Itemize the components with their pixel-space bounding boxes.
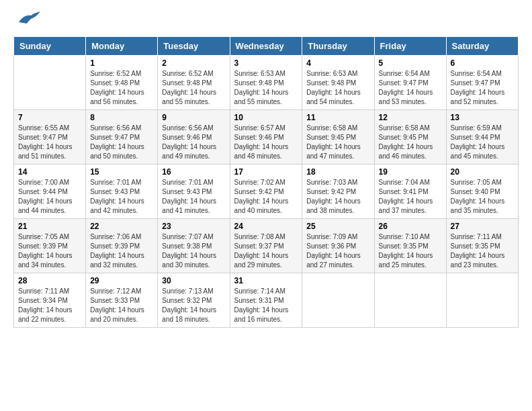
calendar-cell: 1Sunrise: 6:52 AM Sunset: 9:48 PM Daylig…: [86, 56, 158, 110]
calendar-cell: [14, 56, 86, 110]
calendar-cell: 29Sunrise: 7:12 AM Sunset: 9:33 PM Dayli…: [86, 273, 158, 328]
day-number: 24: [234, 222, 298, 231]
day-number: 29: [90, 276, 153, 285]
day-info: Sunrise: 7:10 AM Sunset: 9:35 PM Dayligh…: [379, 232, 442, 270]
calendar-cell: [302, 273, 374, 328]
calendar-cell: 15Sunrise: 7:01 AM Sunset: 9:43 PM Dayli…: [86, 165, 158, 219]
calendar-cell: 22Sunrise: 7:06 AM Sunset: 9:39 PM Dayli…: [86, 219, 158, 273]
calendar-cell: [374, 273, 446, 328]
day-info: Sunrise: 6:53 AM Sunset: 9:48 PM Dayligh…: [306, 69, 369, 107]
day-header-thursday: Thursday: [302, 37, 374, 56]
day-number: 6: [451, 58, 514, 68]
day-info: Sunrise: 6:53 AM Sunset: 9:48 PM Dayligh…: [234, 69, 298, 107]
day-number: 26: [379, 222, 442, 231]
day-info: Sunrise: 6:56 AM Sunset: 9:46 PM Dayligh…: [162, 124, 225, 161]
day-header-friday: Friday: [374, 37, 446, 56]
day-number: 1: [90, 58, 153, 68]
day-info: Sunrise: 7:05 AM Sunset: 9:39 PM Dayligh…: [18, 232, 81, 270]
day-number: 16: [162, 167, 225, 177]
day-number: 4: [306, 58, 369, 68]
day-info: Sunrise: 6:56 AM Sunset: 9:47 PM Dayligh…: [90, 124, 153, 161]
day-number: 17: [234, 167, 298, 177]
day-number: 20: [451, 167, 514, 177]
day-number: 10: [234, 113, 298, 122]
day-info: Sunrise: 6:52 AM Sunset: 9:48 PM Dayligh…: [90, 69, 153, 107]
calendar-week-row: 21Sunrise: 7:05 AM Sunset: 9:39 PM Dayli…: [14, 219, 519, 273]
calendar-cell: 28Sunrise: 7:11 AM Sunset: 9:34 PM Dayli…: [14, 273, 86, 328]
day-header-tuesday: Tuesday: [158, 37, 230, 56]
calendar-cell: 19Sunrise: 7:04 AM Sunset: 9:41 PM Dayli…: [374, 165, 446, 219]
calendar-cell: 31Sunrise: 7:14 AM Sunset: 9:31 PM Dayli…: [230, 273, 302, 328]
day-number: 27: [451, 222, 514, 231]
calendar-cell: 20Sunrise: 7:05 AM Sunset: 9:40 PM Dayli…: [446, 165, 518, 219]
day-number: 7: [18, 113, 81, 122]
calendar-cell: [446, 273, 518, 328]
calendar-cell: 6Sunrise: 6:54 AM Sunset: 9:47 PM Daylig…: [446, 56, 518, 110]
day-number: 2: [162, 58, 225, 68]
calendar-week-row: 14Sunrise: 7:00 AM Sunset: 9:44 PM Dayli…: [14, 165, 519, 219]
day-number: 21: [18, 222, 81, 231]
calendar-cell: 24Sunrise: 7:08 AM Sunset: 9:37 PM Dayli…: [230, 219, 302, 273]
calendar-cell: 16Sunrise: 7:01 AM Sunset: 9:43 PM Dayli…: [158, 165, 230, 219]
calendar-cell: 4Sunrise: 6:53 AM Sunset: 9:48 PM Daylig…: [302, 56, 374, 110]
day-info: Sunrise: 6:52 AM Sunset: 9:48 PM Dayligh…: [162, 69, 225, 107]
day-info: Sunrise: 7:11 AM Sunset: 9:34 PM Dayligh…: [18, 287, 81, 324]
day-info: Sunrise: 6:55 AM Sunset: 9:47 PM Dayligh…: [18, 124, 81, 161]
header: [13, 13, 519, 30]
calendar-cell: 11Sunrise: 6:58 AM Sunset: 9:45 PM Dayli…: [302, 110, 374, 165]
calendar-cell: 2Sunrise: 6:52 AM Sunset: 9:48 PM Daylig…: [158, 56, 230, 110]
day-number: 12: [379, 113, 442, 122]
day-number: 9: [162, 113, 225, 122]
day-number: 15: [90, 167, 153, 177]
day-info: Sunrise: 6:57 AM Sunset: 9:46 PM Dayligh…: [234, 124, 298, 161]
calendar-cell: 26Sunrise: 7:10 AM Sunset: 9:35 PM Dayli…: [374, 219, 446, 273]
day-header-wednesday: Wednesday: [230, 37, 302, 56]
day-info: Sunrise: 7:01 AM Sunset: 9:43 PM Dayligh…: [162, 178, 225, 216]
day-info: Sunrise: 6:54 AM Sunset: 9:47 PM Dayligh…: [451, 69, 514, 107]
calendar-cell: 13Sunrise: 6:59 AM Sunset: 9:44 PM Dayli…: [446, 110, 518, 165]
calendar-cell: 5Sunrise: 6:54 AM Sunset: 9:47 PM Daylig…: [374, 56, 446, 110]
day-info: Sunrise: 7:11 AM Sunset: 9:35 PM Dayligh…: [451, 232, 514, 270]
day-info: Sunrise: 7:12 AM Sunset: 9:33 PM Dayligh…: [90, 287, 153, 324]
day-info: Sunrise: 7:13 AM Sunset: 9:32 PM Dayligh…: [162, 287, 225, 324]
logo-bird-icon: [16, 9, 42, 28]
day-info: Sunrise: 7:02 AM Sunset: 9:42 PM Dayligh…: [234, 178, 298, 216]
day-number: 18: [306, 167, 369, 177]
calendar-week-row: 1Sunrise: 6:52 AM Sunset: 9:48 PM Daylig…: [14, 56, 519, 110]
day-info: Sunrise: 6:58 AM Sunset: 9:45 PM Dayligh…: [306, 124, 369, 161]
day-number: 25: [306, 222, 369, 231]
day-info: Sunrise: 7:14 AM Sunset: 9:31 PM Dayligh…: [234, 287, 298, 324]
day-number: 14: [18, 167, 81, 177]
calendar-cell: 30Sunrise: 7:13 AM Sunset: 9:32 PM Dayli…: [158, 273, 230, 328]
day-number: 28: [18, 276, 81, 285]
day-header-saturday: Saturday: [446, 37, 518, 56]
day-info: Sunrise: 7:03 AM Sunset: 9:42 PM Dayligh…: [306, 178, 369, 216]
day-info: Sunrise: 7:01 AM Sunset: 9:43 PM Dayligh…: [90, 178, 153, 216]
day-number: 31: [234, 276, 298, 285]
calendar-cell: 12Sunrise: 6:58 AM Sunset: 9:45 PM Dayli…: [374, 110, 446, 165]
day-info: Sunrise: 7:04 AM Sunset: 9:41 PM Dayligh…: [379, 178, 442, 216]
day-info: Sunrise: 6:58 AM Sunset: 9:45 PM Dayligh…: [379, 124, 442, 161]
day-info: Sunrise: 7:09 AM Sunset: 9:36 PM Dayligh…: [306, 232, 369, 270]
day-info: Sunrise: 7:07 AM Sunset: 9:38 PM Dayligh…: [162, 232, 225, 270]
day-number: 19: [379, 167, 442, 177]
day-number: 8: [90, 113, 153, 122]
day-info: Sunrise: 6:59 AM Sunset: 9:44 PM Dayligh…: [451, 124, 514, 161]
calendar-cell: 7Sunrise: 6:55 AM Sunset: 9:47 PM Daylig…: [14, 110, 86, 165]
day-number: 3: [234, 58, 298, 68]
calendar-cell: 23Sunrise: 7:07 AM Sunset: 9:38 PM Dayli…: [158, 219, 230, 273]
day-number: 22: [90, 222, 153, 231]
day-number: 11: [306, 113, 369, 122]
calendar-header-row: SundayMondayTuesdayWednesdayThursdayFrid…: [14, 37, 519, 56]
calendar-cell: 17Sunrise: 7:02 AM Sunset: 9:42 PM Dayli…: [230, 165, 302, 219]
calendar-cell: 14Sunrise: 7:00 AM Sunset: 9:44 PM Dayli…: [14, 165, 86, 219]
day-number: 30: [162, 276, 225, 285]
day-info: Sunrise: 7:06 AM Sunset: 9:39 PM Dayligh…: [90, 232, 153, 270]
day-header-sunday: Sunday: [14, 37, 86, 56]
calendar-cell: 21Sunrise: 7:05 AM Sunset: 9:39 PM Dayli…: [14, 219, 86, 273]
day-info: Sunrise: 7:00 AM Sunset: 9:44 PM Dayligh…: [18, 178, 81, 216]
calendar-cell: 25Sunrise: 7:09 AM Sunset: 9:36 PM Dayli…: [302, 219, 374, 273]
day-info: Sunrise: 7:05 AM Sunset: 9:40 PM Dayligh…: [451, 178, 514, 216]
calendar-cell: 8Sunrise: 6:56 AM Sunset: 9:47 PM Daylig…: [86, 110, 158, 165]
calendar-cell: 18Sunrise: 7:03 AM Sunset: 9:42 PM Dayli…: [302, 165, 374, 219]
